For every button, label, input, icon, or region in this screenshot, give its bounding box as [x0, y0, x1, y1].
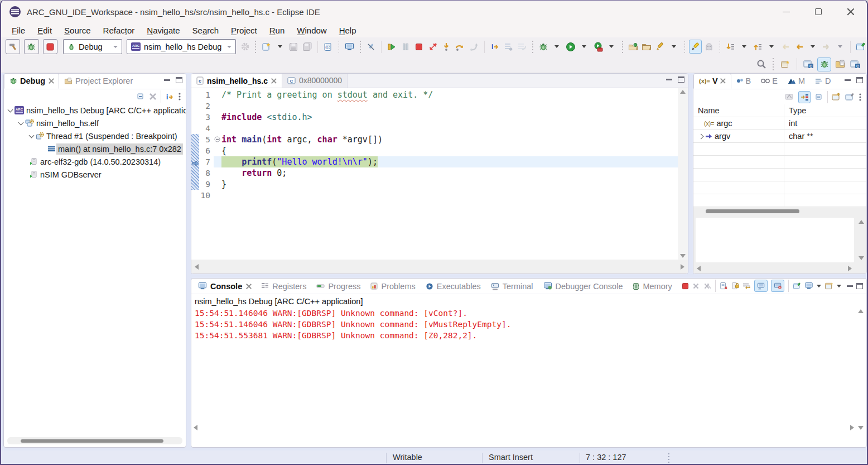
search-button[interactable] — [754, 57, 768, 71]
collapse-all-icon[interactable] — [136, 92, 145, 101]
tab-disassembly[interactable]: C 0x80000000 — [282, 73, 348, 88]
c-perspective-button[interactable]: C — [802, 57, 816, 71]
step-over-button[interactable] — [454, 40, 467, 54]
chevron-down-icon[interactable] — [18, 119, 24, 125]
close-tab-icon[interactable] — [48, 78, 54, 84]
minimize-button[interactable] — [770, 1, 802, 23]
view-menu-icon[interactable] — [859, 93, 862, 102]
table-row-argv[interactable]: argv char ** — [693, 130, 866, 143]
scroll-down-icon[interactable] — [680, 254, 686, 258]
maximize-view-icon[interactable] — [176, 77, 182, 83]
tab-modules[interactable]: M — [783, 73, 810, 89]
tab-debugger-console[interactable]: Debugger Console — [539, 280, 628, 293]
menu-file[interactable]: File — [6, 25, 31, 36]
menu-navigate[interactable]: Navigate — [141, 25, 186, 36]
tree-item-gdb[interactable]: arc-elf32-gdb (14.0.50.20230314) — [4, 155, 186, 168]
stop-button[interactable] — [43, 39, 57, 54]
scroll-right-icon[interactable] — [848, 266, 852, 271]
debug-history-button[interactable] — [537, 40, 550, 54]
forward-dropdown[interactable] — [833, 40, 846, 54]
chevron-down-icon[interactable] — [8, 107, 13, 112]
forward-button[interactable] — [820, 40, 833, 54]
menu-help[interactable]: Help — [333, 25, 363, 36]
back-dropdown[interactable] — [806, 40, 819, 54]
minimize-view-icon[interactable] — [164, 79, 170, 81]
scroll-left-icon[interactable] — [195, 264, 199, 270]
tab-problems[interactable]: Problems — [366, 280, 419, 293]
scroll-right-icon[interactable] — [681, 264, 684, 270]
column-name[interactable]: Name — [693, 104, 784, 117]
disconnect-button[interactable] — [427, 40, 440, 54]
open-perspective-button[interactable] — [778, 57, 792, 71]
step-into-button[interactable] — [440, 40, 453, 54]
tab-expressions[interactable]: E — [756, 73, 783, 89]
new-wizard-dropdown[interactable] — [274, 40, 287, 54]
mark-occurrences-toggle[interactable] — [689, 40, 702, 54]
scroll-lock-icon[interactable] — [731, 282, 739, 290]
suspend-button[interactable] — [399, 40, 412, 54]
annotation-ruler[interactable] — [191, 88, 199, 260]
scroll-left-icon[interactable] — [194, 425, 197, 430]
external-tools-dropdown[interactable] — [605, 40, 618, 54]
open-resource-button[interactable] — [640, 40, 653, 54]
next-annotation-dropdown[interactable] — [738, 40, 751, 54]
back-button[interactable] — [793, 40, 806, 54]
build-button[interactable] — [6, 39, 20, 54]
binary-file-button[interactable]: 010 — [322, 40, 335, 54]
tab-variables[interactable]: (x)= V — [693, 73, 731, 89]
instruction-stepping-button[interactable]: i — [488, 40, 501, 54]
new-wizard-button[interactable] — [260, 40, 273, 54]
show-stderr-toggle[interactable] — [771, 280, 784, 292]
search-pen-dropdown[interactable] — [668, 40, 681, 54]
last-edit-location-button[interactable] — [779, 40, 792, 54]
scroll-up-icon[interactable] — [859, 220, 864, 224]
table-row-argc[interactable]: (x)=argc int — [693, 117, 866, 130]
minimize-editor-icon[interactable] — [666, 79, 672, 80]
maximize-button[interactable] — [802, 1, 835, 23]
view-menu-icon[interactable] — [178, 92, 181, 101]
console-output[interactable]: nsim_hello_hs Debug [ARC C/C++ applicati… — [191, 294, 866, 433]
open-element-button[interactable] — [627, 40, 640, 54]
word-wrap-icon[interactable] — [742, 282, 751, 290]
close-tab-icon[interactable] — [245, 284, 251, 289]
tab-project-explorer[interactable]: Project Explorer — [59, 73, 138, 89]
menu-source[interactable]: Source — [58, 25, 97, 36]
display-console-dropdown[interactable] — [817, 285, 821, 287]
scrollbar-thumb[interactable] — [21, 439, 163, 443]
collapse-all-icon[interactable] — [814, 93, 823, 102]
tree-item-launch[interactable]: ARC nsim_hello_hs Debug [ARC C/C++ appli… — [4, 104, 186, 117]
fold-collapse-icon[interactable] — [214, 136, 220, 142]
menu-refactor[interactable]: Refactor — [97, 25, 141, 36]
clear-console-icon[interactable] — [720, 282, 728, 290]
maximize-editor-icon[interactable] — [678, 76, 684, 83]
no-edit-button[interactable] — [365, 40, 378, 54]
editor-vertical-scrollbar[interactable] — [678, 88, 688, 260]
external-tools-button[interactable] — [592, 40, 605, 54]
maximize-view-icon[interactable] — [856, 283, 863, 289]
ghost-annotations-button[interactable] — [703, 40, 716, 54]
search-pen-button[interactable] — [654, 40, 667, 54]
debug-perspective-button[interactable] — [817, 57, 831, 71]
scroll-left-icon[interactable] — [697, 266, 701, 271]
minimize-view-icon[interactable] — [845, 79, 851, 81]
scroll-right-icon[interactable] — [850, 425, 854, 430]
run-dropdown[interactable] — [578, 40, 591, 54]
tab-registers[interactable]: Registers — [257, 280, 311, 293]
show-stdout-toggle[interactable] — [754, 280, 768, 292]
tab-terminal[interactable]: Terminal — [486, 280, 538, 293]
menu-search[interactable]: Search — [186, 25, 225, 36]
variables-horizontal-scrollbar[interactable] — [693, 207, 866, 215]
editor-horizontal-scrollbar[interactable] — [191, 260, 688, 274]
maximize-view-icon[interactable] — [856, 77, 863, 83]
tab-debug[interactable]: Debug — [4, 73, 59, 89]
pin-view-icon[interactable] — [845, 93, 855, 101]
pin-console-icon[interactable] — [793, 282, 801, 290]
menu-edit[interactable]: Edit — [31, 25, 58, 36]
column-type[interactable]: Type — [784, 106, 866, 115]
debug-horizontal-scrollbar[interactable] — [7, 437, 182, 444]
minimize-view-icon[interactable] — [847, 285, 853, 287]
open-console-dropdown-icon[interactable] — [824, 282, 833, 290]
chevron-right-icon[interactable] — [698, 133, 704, 139]
resource-perspective-button[interactable] — [833, 57, 847, 71]
next-annotation-button[interactable] — [724, 40, 737, 54]
